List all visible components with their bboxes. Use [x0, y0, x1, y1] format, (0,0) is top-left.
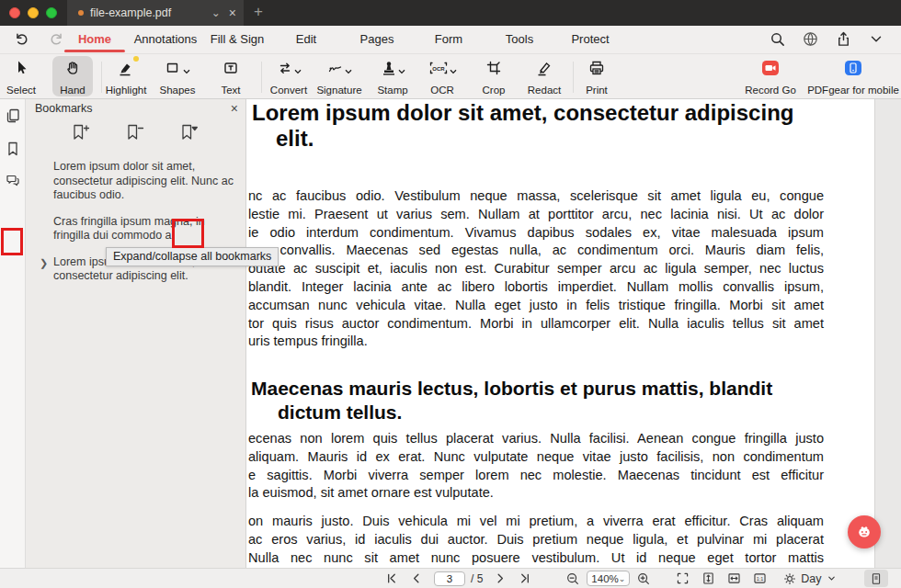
- comments-panel-icon[interactable]: [4, 171, 22, 189]
- record-go-icon: [760, 58, 781, 80]
- share-icon[interactable]: [835, 30, 852, 48]
- crop-icon: [485, 58, 503, 80]
- annotation-highlight-box: [172, 219, 204, 248]
- previous-page-button[interactable]: [409, 571, 423, 585]
- expand-collapse-all-bookmarks-icon[interactable]: [177, 121, 200, 143]
- fit-width-icon[interactable]: [726, 571, 742, 586]
- signature-tool-button[interactable]: Signature: [311, 56, 368, 98]
- cursor-icon: [12, 58, 30, 80]
- record-go-button[interactable]: Record Go: [736, 56, 805, 98]
- add-bookmark-icon[interactable]: [69, 121, 91, 143]
- crop-tool-button[interactable]: Crop: [471, 56, 517, 98]
- left-sidebar-rail: [0, 99, 26, 568]
- remove-bookmark-icon[interactable]: [123, 121, 145, 143]
- redact-tool-button[interactable]: Redact: [519, 56, 569, 98]
- bookmark-item[interactable]: Lorem ipsum dolor sit amet, consectetur …: [53, 160, 243, 203]
- hand-tool-button[interactable]: Hand: [51, 56, 94, 98]
- document-heading-1: Lorem ipsum dolor sit amet, consectetur …: [252, 100, 793, 152]
- tab-protect[interactable]: Protect: [571, 26, 609, 53]
- document-tab-title: file-example.pdf: [90, 6, 204, 19]
- collapse-toolbar-chevron-icon[interactable]: [868, 30, 884, 47]
- chevron-down-icon: [183, 69, 190, 74]
- text-box-icon: [222, 58, 240, 80]
- ai-assistant-button[interactable]: [848, 515, 881, 548]
- pdfgear-window: file-example.pdf ⌄ × + Home Annotations …: [0, 0, 901, 588]
- translate-globe-icon[interactable]: [802, 30, 819, 48]
- close-window-button[interactable]: [9, 7, 20, 18]
- hand-icon: [63, 58, 82, 80]
- document-view[interactable]: Lorem ipsum dolor sit amet, consectetur …: [246, 99, 901, 568]
- zoom-level-dropdown[interactable]: 140% ⌄: [587, 571, 630, 586]
- tab-pages[interactable]: Pages: [360, 26, 394, 53]
- document-tab[interactable]: file-example.pdf ⌄ ×: [67, 0, 244, 26]
- highlight-tool-button[interactable]: Highlight: [99, 56, 153, 98]
- select-tool-button[interactable]: Select: [0, 56, 42, 98]
- annotation-highlight-box: [1, 228, 23, 255]
- shapes-tool-button[interactable]: Shapes: [153, 56, 202, 98]
- chevron-down-icon: [398, 69, 405, 74]
- print-tool-button[interactable]: Print: [576, 56, 618, 98]
- single-page-view-button[interactable]: [864, 570, 888, 587]
- document-paragraph-3: on mauris justo. Duis vehicula mi vel mi…: [248, 513, 824, 567]
- two-page-view-button[interactable]: [897, 571, 901, 586]
- menu-bar: Home Annotations Fill & Sign Edit Pages …: [0, 26, 901, 53]
- chevron-down-icon: [450, 69, 457, 74]
- document-paragraph-1: nc ac faucibus odio. Vestibulum neque ma…: [248, 187, 824, 351]
- tab-edit[interactable]: Edit: [296, 26, 316, 53]
- expand-bookmark-chevron-icon[interactable]: ❯: [40, 256, 48, 271]
- ocr-icon: OCR: [428, 58, 450, 80]
- stamp-icon: [380, 58, 398, 80]
- sun-icon: [782, 571, 797, 586]
- page-number-input[interactable]: [434, 571, 465, 586]
- next-page-button[interactable]: [494, 571, 508, 585]
- mobile-phone-icon: [843, 58, 863, 80]
- tab-home[interactable]: Home: [78, 26, 111, 53]
- toolbar-divider: [261, 62, 262, 93]
- zoom-in-icon[interactable]: [636, 571, 651, 586]
- bookmark-item[interactable]: Cras fringilla ipsum magna, in fringilla…: [53, 215, 243, 243]
- last-page-button[interactable]: [519, 571, 532, 585]
- document-paragraph-2: ecenas non lorem quis tellus placerat va…: [248, 430, 824, 503]
- convert-tool-button[interactable]: Convert: [263, 56, 314, 98]
- first-page-button[interactable]: [384, 571, 398, 585]
- stamp-tool-button[interactable]: Stamp: [370, 56, 416, 98]
- zoom-out-icon[interactable]: [565, 571, 580, 586]
- tab-close-icon[interactable]: ×: [229, 6, 236, 19]
- chevron-down-icon: [345, 69, 352, 74]
- unsaved-changes-dot: [78, 10, 84, 16]
- highlighter-icon: [117, 58, 135, 80]
- redo-icon[interactable]: [48, 30, 65, 48]
- toolbar-divider: [573, 62, 574, 93]
- chevron-down-icon: [827, 573, 837, 583]
- new-tab-button[interactable]: +: [254, 3, 263, 21]
- close-panel-icon[interactable]: ×: [231, 101, 238, 116]
- tab-tools[interactable]: Tools: [506, 26, 533, 53]
- undo-icon[interactable]: [13, 30, 30, 48]
- svg-text:1:1: 1:1: [757, 576, 764, 582]
- search-icon[interactable]: [769, 30, 786, 48]
- actual-size-icon[interactable]: 1:1: [752, 571, 768, 586]
- minimize-window-button[interactable]: [28, 7, 39, 18]
- expand-collapse-tooltip: Expand/collapse all bookmarks: [106, 247, 279, 266]
- fit-page-icon[interactable]: [675, 571, 690, 586]
- bookmarks-panel-icon[interactable]: [4, 140, 22, 158]
- page-total-label: / 5: [471, 572, 483, 585]
- fit-height-icon[interactable]: [701, 571, 716, 586]
- title-bar: file-example.pdf ⌄ × +: [0, 0, 901, 26]
- thumbnails-panel-icon[interactable]: [4, 107, 22, 125]
- tab-chevron-down-icon[interactable]: ⌄: [211, 7, 221, 18]
- signature-icon: [326, 58, 345, 80]
- zoom-chevron-icon: ⌄: [619, 574, 626, 583]
- fullscreen-window-button[interactable]: [46, 7, 57, 18]
- tab-form[interactable]: Form: [435, 26, 462, 53]
- bookmarks-panel-title: Bookmarks: [35, 102, 93, 115]
- printer-icon: [587, 58, 606, 80]
- day-mode-dropdown[interactable]: Day: [782, 571, 836, 586]
- tab-fill-sign[interactable]: Fill & Sign: [211, 26, 265, 53]
- tab-annotations[interactable]: Annotations: [134, 26, 198, 53]
- text-tool-button[interactable]: Text: [206, 56, 256, 98]
- pdfgear-mobile-button[interactable]: PDFgear for mobile: [805, 56, 901, 98]
- robot-icon: [854, 522, 874, 542]
- ocr-tool-button[interactable]: OCR OCR: [418, 56, 466, 98]
- convert-arrows-icon: [276, 58, 294, 80]
